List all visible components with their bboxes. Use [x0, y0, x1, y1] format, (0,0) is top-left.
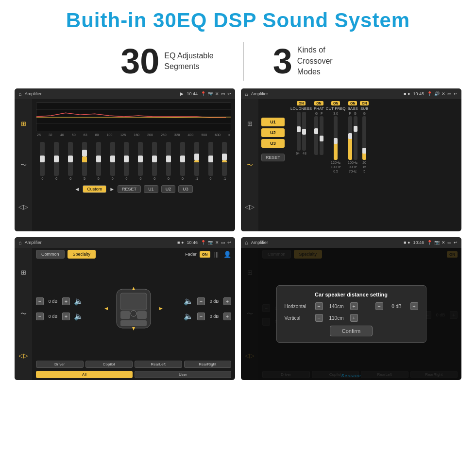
- db-minus-3[interactable]: −: [197, 297, 205, 305]
- loudness-on[interactable]: ON: [297, 101, 306, 105]
- db-row-bottom-right: 🔈 − 0 dB +: [184, 312, 231, 321]
- phat-on[interactable]: ON: [314, 101, 323, 105]
- cross-main: U1 U2 U3 RESET ON LOUDNESS: [258, 99, 461, 231]
- expand-icon[interactable]: »: [228, 133, 230, 137]
- back-icon-4[interactable]: ↩: [454, 240, 458, 245]
- features-row: 30 EQ Adjustable Segments 3 Kinds of Cro…: [0, 37, 476, 88]
- cutfreq-slider-1[interactable]: [334, 116, 338, 160]
- sub-on[interactable]: ON: [360, 101, 369, 105]
- u3-btn[interactable]: U3: [178, 185, 193, 193]
- tune-icon-3[interactable]: ⊞: [17, 266, 30, 279]
- u3-cross-btn[interactable]: U3: [261, 139, 285, 148]
- main-title: Buith-in 30EQ DSP Sound System: [0, 0, 476, 37]
- u1-cross-btn[interactable]: U1: [261, 118, 285, 126]
- db-plus-1[interactable]: +: [62, 297, 70, 305]
- svg-marker-10: [132, 287, 135, 290]
- phat-slider-2[interactable]: [320, 116, 323, 155]
- horizontal-label: Horizontal: [285, 304, 311, 309]
- cross-rec-icon: ■ ●: [404, 91, 410, 96]
- close-icon-2[interactable]: ✕: [442, 91, 445, 96]
- svg-marker-11: [132, 327, 135, 330]
- bass-slider-2[interactable]: [354, 116, 357, 160]
- next-btn[interactable]: ►: [109, 186, 115, 192]
- position-buttons: Driver Copilot RearLeft RearRight: [36, 361, 231, 368]
- reset-cross-btn[interactable]: RESET: [261, 154, 285, 161]
- prev-btn[interactable]: ◄: [74, 186, 80, 192]
- vol-icon[interactable]: 🔊: [434, 91, 440, 96]
- right-db-controls: 🔈 − 0 dB + 🔈 − 0 dB +: [184, 295, 231, 322]
- u2-btn[interactable]: U2: [161, 185, 176, 193]
- svg-rect-5: [120, 293, 147, 310]
- minimize-icon[interactable]: ▭: [221, 91, 225, 96]
- dialog-main-title: Car speaker distance setting: [285, 292, 418, 297]
- wave-icon-2[interactable]: 〜: [243, 159, 256, 172]
- minimize-icon-3[interactable]: ▭: [221, 240, 225, 245]
- wave-icon-3[interactable]: 〜: [17, 308, 30, 320]
- location-icon-3: 📍: [201, 240, 206, 245]
- user-icon[interactable]: 👤: [223, 251, 231, 258]
- copilot-btn[interactable]: Copilot: [85, 361, 133, 368]
- close-icon-3[interactable]: ✕: [215, 240, 219, 245]
- db-plus-3[interactable]: +: [223, 297, 231, 305]
- cutfreq-on[interactable]: ON: [331, 101, 340, 105]
- u1-btn[interactable]: U1: [144, 185, 158, 193]
- loudness-channel: ON LOUDNESS 6448: [290, 101, 312, 229]
- horizontal-plus[interactable]: +: [350, 302, 358, 310]
- wave-icon[interactable]: 〜: [17, 159, 30, 172]
- h-db-plus[interactable]: +: [410, 302, 418, 310]
- close-icon-4[interactable]: ✕: [442, 240, 445, 245]
- eq-slider-2: 0: [68, 142, 73, 180]
- minimize-icon-4[interactable]: ▭: [447, 240, 452, 245]
- db-minus-2[interactable]: −: [36, 313, 44, 320]
- home-icon-2[interactable]: ⌂: [245, 91, 248, 97]
- back-icon[interactable]: ↩: [227, 91, 231, 96]
- h-db-minus[interactable]: −: [375, 302, 383, 310]
- speaker-icon-3[interactable]: ◁▷: [17, 349, 30, 362]
- db-plus-2[interactable]: +: [62, 313, 70, 320]
- db-minus-1[interactable]: −: [36, 297, 44, 305]
- bass-slider-1[interactable]: [348, 116, 352, 160]
- user-pos-btn[interactable]: User: [135, 371, 231, 378]
- home-icon-4[interactable]: ⌂: [245, 240, 248, 245]
- cross-title: Amplifier: [251, 91, 401, 96]
- home-icon[interactable]: ⌂: [18, 91, 22, 97]
- camera-icon-3[interactable]: 📷: [208, 240, 213, 245]
- db-plus-4[interactable]: +: [223, 313, 231, 320]
- reset-btn[interactable]: RESET: [118, 185, 141, 193]
- common-tab[interactable]: Common: [36, 250, 65, 259]
- vertical-minus[interactable]: −: [315, 314, 323, 322]
- db-minus-4[interactable]: −: [197, 313, 205, 320]
- tune-icon[interactable]: ⊞: [17, 118, 30, 130]
- svg-rect-7: [137, 311, 147, 319]
- back-icon-2[interactable]: ↩: [454, 91, 458, 96]
- camera-icon-4[interactable]: 📷: [434, 240, 440, 245]
- minimize-icon-2[interactable]: ▭: [447, 91, 452, 96]
- eq-slider-12: 0: [208, 142, 213, 180]
- specialty-tab[interactable]: Specialty: [68, 250, 96, 259]
- fader-on-toggle[interactable]: ON: [200, 251, 210, 258]
- camera-icon[interactable]: 📷: [208, 91, 213, 96]
- u2-cross-btn[interactable]: U2: [261, 128, 285, 137]
- all-btn[interactable]: All: [36, 371, 133, 378]
- sub-slider[interactable]: [362, 116, 366, 160]
- back-icon-3[interactable]: ↩: [227, 240, 231, 245]
- home-icon-3[interactable]: ⌂: [18, 240, 22, 245]
- driver-btn[interactable]: Driver: [36, 361, 84, 368]
- rearright-btn[interactable]: RearRight: [184, 361, 232, 368]
- svg-marker-12: [104, 307, 108, 310]
- close-icon[interactable]: ✕: [215, 91, 219, 96]
- rearleft-btn[interactable]: RearLeft: [135, 361, 182, 368]
- eq-content: ⊞ 〜 ◁▷: [15, 99, 235, 231]
- vertical-plus[interactable]: +: [350, 314, 358, 322]
- tune-icon-2[interactable]: ⊞: [243, 118, 256, 130]
- confirm-button[interactable]: Confirm: [330, 326, 373, 336]
- speaker-icon[interactable]: ◁▷: [17, 200, 30, 213]
- custom-btn[interactable]: Custom: [83, 185, 106, 193]
- phat-slider-1[interactable]: [314, 116, 318, 155]
- loudness-slider-2[interactable]: [302, 112, 306, 151]
- loudness-slider[interactable]: [297, 112, 301, 151]
- horizontal-minus[interactable]: −: [315, 302, 323, 310]
- play-icon[interactable]: ▶: [180, 91, 184, 96]
- speaker-icon-2[interactable]: ◁▷: [243, 200, 256, 213]
- bass-on[interactable]: ON: [348, 101, 357, 105]
